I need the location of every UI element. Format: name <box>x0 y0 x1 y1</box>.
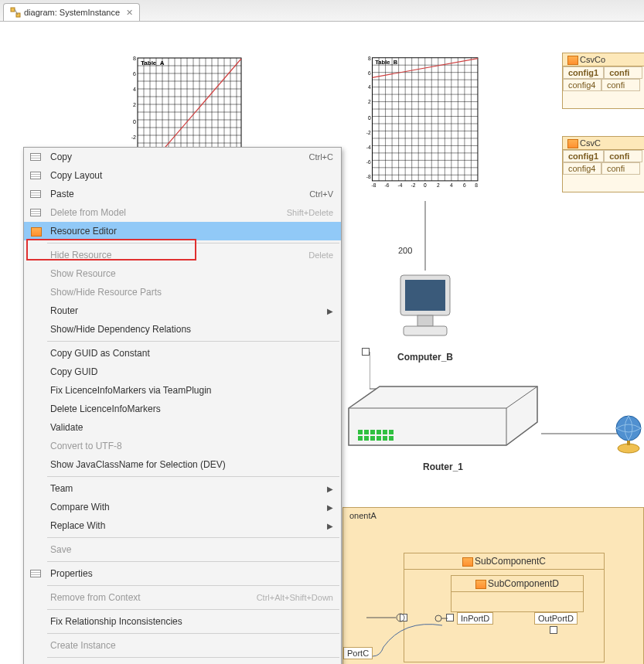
router-node[interactable]: Router_1 <box>342 377 543 472</box>
menu-item-fix-relationship-inconsistencies[interactable]: Fix Relationship Inconsistencies <box>24 612 341 631</box>
port-c[interactable]: PortC <box>343 647 373 659</box>
props-icon <box>30 570 41 577</box>
svg-rect-104 <box>370 430 375 434</box>
menu-label: Show/Hide Resource Parts <box>47 287 333 298</box>
computer-node[interactable]: Computer_B <box>387 269 464 363</box>
menu-item-paste[interactable]: PasteCtrl+V <box>24 185 341 203</box>
menu-shortcut: Delete <box>308 250 333 260</box>
context-menu: CopyCtrl+CCopy LayoutPasteCtrl+VDelete f… <box>23 147 342 664</box>
menu-shortcut: Ctrl+Alt+Shift+Down <box>257 593 333 602</box>
menu-label: Delete LicenceInfoMarkers <box>47 404 333 414</box>
port-box[interactable] <box>362 348 370 356</box>
menu-item-create-instance: Create Instance <box>24 636 341 655</box>
csv-table-1[interactable]: CsvCo config1confi config4confi <box>562 53 644 109</box>
tab-diagram[interactable]: diagram: SystemInstance ✕ <box>3 3 140 21</box>
svg-rect-103 <box>364 430 369 434</box>
svg-rect-112 <box>383 436 387 441</box>
menu-item-convert-to-utf-8: Convert to UTF-8 <box>24 437 341 455</box>
chart-a-title: Table_A <box>141 60 165 66</box>
svg-rect-107 <box>389 430 394 434</box>
svg-text:2: 2 <box>437 182 440 188</box>
menu-item-validate[interactable]: Validate <box>24 418 341 437</box>
chevron-right-icon: ▶ <box>321 503 333 512</box>
menu-label: Properties <box>47 568 333 579</box>
csv-table-2[interactable]: CsvC config1confi config4confi <box>562 136 644 192</box>
edge <box>366 613 405 624</box>
menu-item-delete-from-model: Delete from ModelShift+Delete <box>24 203 341 222</box>
menu-item-compare-with[interactable]: Compare With▶ <box>24 498 341 516</box>
svg-rect-99 <box>405 280 445 311</box>
menu-label: Copy GUID <box>47 366 333 377</box>
svg-rect-118 <box>627 441 630 445</box>
menu-shortcut: Ctrl+V <box>309 189 333 199</box>
svg-point-116 <box>616 416 641 441</box>
computer-icon <box>387 269 464 346</box>
menu-label: Copy Layout <box>47 170 333 181</box>
outport-d[interactable]: OutPortD <box>534 612 578 625</box>
menu-item-show-hide-dependency-relations[interactable]: Show/Hide Dependency Relations <box>24 320 341 339</box>
menu-item-copy-guid[interactable]: Copy GUID <box>24 363 341 381</box>
svg-text:8: 8 <box>368 56 371 61</box>
globe-node[interactable] <box>613 414 644 458</box>
menu-item-router[interactable]: Router▶ <box>24 301 341 320</box>
svg-text:-2: -2 <box>411 182 416 188</box>
chevron-right-icon: ▶ <box>321 522 333 530</box>
menu-label: Hide Resource <box>47 250 308 260</box>
menu-item-show-instances[interactable]: Show Instances <box>24 660 341 664</box>
svg-rect-0 <box>11 8 15 12</box>
svg-rect-100 <box>417 315 433 326</box>
menu-item-copy-layout[interactable]: Copy Layout <box>24 166 341 185</box>
inport-d[interactable]: InPortD <box>457 612 493 625</box>
menu-label: Router <box>47 305 321 316</box>
menu-item-replace-with[interactable]: Replace With▶ <box>24 516 341 535</box>
svg-rect-101 <box>404 326 447 335</box>
svg-text:4: 4 <box>368 84 371 90</box>
svg-text:2: 2 <box>133 102 136 107</box>
svg-text:6: 6 <box>368 70 371 76</box>
menu-shortcut: Ctrl+C <box>309 152 333 162</box>
menu-label: Save <box>47 544 333 555</box>
menu-label: Show Resource <box>47 268 333 279</box>
svg-text:0: 0 <box>133 119 136 124</box>
menu-item-team[interactable]: Team▶ <box>24 479 341 498</box>
menu-item-copy[interactable]: CopyCtrl+C <box>24 148 341 166</box>
chart-table-b[interactable]: Table_B 86420-2-4-6-8 -8-6-4-202468 <box>356 54 487 193</box>
svg-text:2: 2 <box>368 99 371 104</box>
svg-point-122 <box>397 614 404 621</box>
resource-icon <box>31 227 40 235</box>
diagram-icon <box>10 7 21 18</box>
menu-item-show-javaclassname-for-selection-dev-[interactable]: Show JavaClassName for Selection (DEV) <box>24 455 341 474</box>
chevron-right-icon: ▶ <box>321 485 333 493</box>
menu-item-copy-guid-as-constant[interactable]: Copy GUID as Constant <box>24 344 341 363</box>
menu-label: Remove from Context <box>47 592 257 603</box>
table-icon <box>567 139 577 147</box>
menu-label: Convert to UTF-8 <box>47 441 333 451</box>
menu-item-resource-editor[interactable]: Resource Editor <box>24 222 341 240</box>
close-icon[interactable]: ✕ <box>126 8 133 18</box>
menu-label: Show/Hide Dependency Relations <box>47 324 333 335</box>
paste-icon <box>30 190 41 198</box>
menu-label: Show JavaClassName for Selection (DEV) <box>47 459 333 470</box>
menu-item-delete-licenceinfomarkers[interactable]: Delete LicenceInfoMarkers <box>24 400 341 418</box>
menu-label: Paste <box>47 189 309 199</box>
copy-icon <box>30 153 41 161</box>
svg-text:-2: -2 <box>366 130 371 135</box>
component-a-label: onentA <box>343 508 643 523</box>
svg-text:-4: -4 <box>366 145 371 150</box>
menu-item-properties[interactable]: Properties <box>24 564 341 583</box>
svg-text:-4: -4 <box>398 182 403 188</box>
port-box[interactable] <box>550 626 557 634</box>
menu-label: Replace With <box>47 520 321 531</box>
menu-item-hide-resource: Hide ResourceDelete <box>24 246 341 264</box>
component-a[interactable]: onentA SubComponentC SubComponentD InPor… <box>342 507 644 664</box>
menu-label: Compare With <box>47 502 321 512</box>
svg-text:0: 0 <box>424 182 427 188</box>
chart-b-title: Table_B <box>375 59 397 66</box>
menu-label: Delete from Model <box>47 207 287 218</box>
svg-text:-6: -6 <box>366 159 371 165</box>
router-icon <box>342 377 543 455</box>
menu-label: Fix LicenceInfoMarkers via TeamPlugin <box>47 385 333 396</box>
svg-text:8: 8 <box>133 56 136 61</box>
subcomponent-d[interactable]: SubComponentD <box>451 575 584 612</box>
menu-item-fix-licenceinfomarkers-via-teamplugin[interactable]: Fix LicenceInfoMarkers via TeamPlugin <box>24 381 341 400</box>
